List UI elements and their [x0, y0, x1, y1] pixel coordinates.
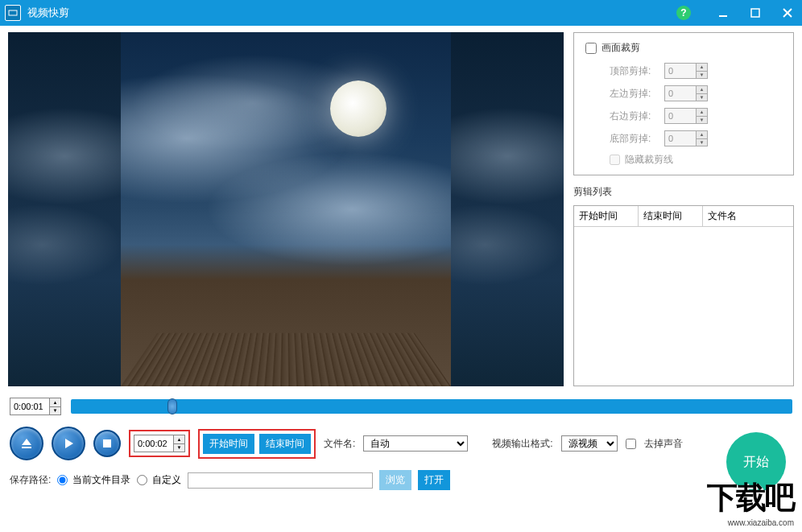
watermark: 下载吧 www.xiazaiba.com: [707, 477, 794, 527]
chevron-up-icon[interactable]: ▲: [697, 86, 707, 94]
crop-panel: 画面裁剪 顶部剪掉: ▲▼ 左边剪掉: ▲▼ 右边剪掉:: [573, 32, 794, 175]
crop-enable-label: 画面裁剪: [602, 41, 640, 55]
crop-right-label: 右边剪掉:: [610, 109, 658, 123]
svg-rect-2: [751, 9, 759, 17]
maximize-button[interactable]: [746, 3, 765, 23]
crop-enable-checkbox[interactable]: [585, 43, 597, 54]
col-end-time: 结束时间: [639, 206, 703, 226]
svg-marker-5: [22, 439, 31, 445]
minimize-button[interactable]: [713, 3, 733, 23]
current-dir-radio[interactable]: [57, 475, 68, 485]
svg-rect-0: [9, 10, 17, 15]
close-button[interactable]: [778, 3, 797, 23]
remove-audio-label: 去掉声音: [644, 437, 683, 451]
crop-left-label: 左边剪掉:: [610, 87, 658, 101]
hide-crop-lines-label: 隐藏裁剪线: [625, 153, 673, 167]
clip-time-spinner[interactable]: ▲▼: [134, 435, 185, 452]
stop-button[interactable]: [93, 430, 121, 457]
svg-marker-7: [65, 439, 73, 448]
set-start-time-button[interactable]: 开始时间: [203, 434, 254, 454]
chevron-up-icon[interactable]: ▲: [697, 64, 707, 72]
crop-bottom-label: 底部剪掉:: [610, 132, 658, 146]
eject-button[interactable]: [10, 427, 43, 460]
progress-slider[interactable]: [71, 399, 792, 414]
current-dir-label: 当前文件目录: [72, 473, 130, 487]
chevron-down-icon[interactable]: ▼: [697, 94, 707, 101]
col-filename: 文件名: [703, 206, 793, 226]
crop-top-spinner[interactable]: ▲▼: [664, 63, 708, 79]
custom-dir-label: 自定义: [152, 473, 181, 487]
chevron-down-icon[interactable]: ▼: [697, 72, 707, 79]
hide-crop-lines-checkbox[interactable]: [610, 155, 620, 165]
crop-bottom-spinner[interactable]: ▲▼: [664, 130, 708, 146]
filename-select[interactable]: 自动: [363, 435, 468, 452]
filename-label: 文件名:: [324, 437, 355, 451]
time-buttons-highlight: 开始时间 结束时间: [198, 429, 316, 459]
app-title: 视频快剪: [27, 6, 676, 20]
clip-list-title: 剪辑列表: [573, 185, 794, 199]
chevron-up-icon[interactable]: ▲: [50, 398, 60, 407]
crop-left-spinner[interactable]: ▲▼: [664, 85, 708, 101]
video-preview[interactable]: [8, 32, 564, 386]
custom-dir-radio[interactable]: [137, 475, 147, 485]
table-header: 开始时间 结束时间 文件名: [574, 206, 793, 227]
set-end-time-button[interactable]: 结束时间: [259, 434, 311, 454]
help-icon[interactable]: ?: [676, 6, 691, 20]
current-time-spinner[interactable]: ▲▼: [10, 398, 61, 415]
crop-top-label: 顶部剪掉:: [610, 64, 658, 78]
svg-rect-6: [22, 447, 31, 448]
slider-thumb[interactable]: [167, 398, 177, 414]
time-input-highlight: ▲▼: [129, 430, 190, 457]
output-format-select[interactable]: 源视频: [561, 435, 618, 452]
chevron-up-icon[interactable]: ▲: [697, 109, 707, 117]
chevron-up-icon[interactable]: ▲: [174, 435, 184, 444]
clip-list-table[interactable]: 开始时间 结束时间 文件名: [573, 205, 794, 386]
play-button[interactable]: [52, 427, 85, 460]
chevron-down-icon[interactable]: ▼: [697, 117, 707, 124]
titlebar: 视频快剪 ?: [0, 0, 802, 26]
app-icon: [5, 5, 21, 21]
remove-audio-checkbox[interactable]: [626, 439, 636, 449]
chevron-up-icon[interactable]: ▲: [697, 131, 707, 139]
svg-rect-8: [103, 439, 111, 447]
col-start-time: 开始时间: [574, 206, 639, 226]
browse-button[interactable]: 浏览: [379, 470, 411, 490]
crop-right-spinner[interactable]: ▲▼: [664, 108, 708, 124]
chevron-down-icon[interactable]: ▼: [174, 444, 184, 452]
output-format-label: 视频输出格式:: [492, 437, 552, 451]
chevron-down-icon[interactable]: ▼: [50, 407, 60, 415]
open-button[interactable]: 打开: [418, 470, 450, 490]
save-path-input[interactable]: [188, 472, 373, 489]
save-path-label: 保存路径:: [10, 473, 51, 487]
chevron-down-icon[interactable]: ▼: [697, 139, 707, 146]
